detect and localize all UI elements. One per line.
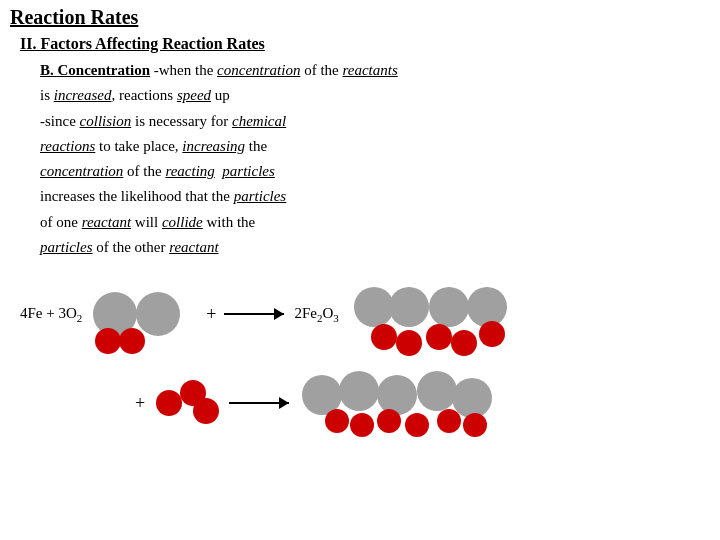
line6: increases the likelihood that the partic… xyxy=(40,185,710,208)
word-collision: collision xyxy=(80,113,132,129)
svg-point-5 xyxy=(389,287,429,327)
right-molecules2-svg xyxy=(297,363,497,443)
word-concentration2: concentration xyxy=(40,163,123,179)
diagram-row2: + xyxy=(135,363,710,443)
word-collide: collide xyxy=(162,214,203,230)
word-speed: speed xyxy=(177,87,211,103)
svg-point-3 xyxy=(119,328,145,354)
arrow2 xyxy=(229,395,289,411)
reaction-arrow xyxy=(224,306,284,322)
line8: particles of the other reactant xyxy=(40,236,710,259)
svg-point-16 xyxy=(302,375,342,415)
svg-point-22 xyxy=(350,413,374,437)
svg-point-8 xyxy=(371,324,397,350)
svg-point-17 xyxy=(339,371,379,411)
line3: -since collision is necessary for chemic… xyxy=(40,110,710,133)
word-particles2: particles xyxy=(234,188,287,204)
svg-point-1 xyxy=(136,292,180,336)
line1-text: -when the concentration of the reactants xyxy=(154,62,398,78)
plus-sign: + xyxy=(206,304,216,325)
svg-point-2 xyxy=(95,328,121,354)
svg-point-6 xyxy=(429,287,469,327)
word-particles1: particles xyxy=(222,163,275,179)
word-increased: increased xyxy=(54,87,112,103)
svg-point-12 xyxy=(479,321,505,347)
svg-point-7 xyxy=(467,287,507,327)
line7: of one reactant will collide with the xyxy=(40,211,710,234)
svg-point-26 xyxy=(463,413,487,437)
left-molecules-svg xyxy=(90,269,200,359)
svg-point-18 xyxy=(377,375,417,415)
word-chemical: chemical xyxy=(232,113,286,129)
svg-point-23 xyxy=(377,409,401,433)
svg-point-11 xyxy=(451,330,477,356)
content-block: B. Concentration -when the concentration… xyxy=(40,59,710,259)
svg-point-25 xyxy=(437,409,461,433)
word-reacting: reacting xyxy=(165,163,214,179)
svg-point-4 xyxy=(354,287,394,327)
plus-sign2: + xyxy=(135,393,145,414)
word-reactants: reactants xyxy=(342,62,397,78)
svg-point-21 xyxy=(325,409,349,433)
page-container: Reaction Rates II. Factors Affecting Rea… xyxy=(0,0,720,449)
left-red-svg xyxy=(151,373,221,433)
right-molecules-svg xyxy=(349,269,509,359)
svg-point-20 xyxy=(452,378,492,418)
formula-right: 2Fe2O3 xyxy=(294,305,338,324)
diagram-area: 4Fe + 3O2 + 2Fe2O3 xyxy=(20,269,710,359)
word-increasing: increasing xyxy=(182,138,245,154)
subsection-bold: B. Concentration xyxy=(40,62,150,78)
line4: reactions to take place, increasing the xyxy=(40,135,710,158)
svg-point-13 xyxy=(156,390,182,416)
word-reactant2: reactant xyxy=(169,239,218,255)
line2: is increased, reactions speed up xyxy=(40,84,710,107)
svg-point-19 xyxy=(417,371,457,411)
svg-point-10 xyxy=(426,324,452,350)
section-heading: II. Factors Affecting Reaction Rates xyxy=(20,35,710,53)
word-concentration1: concentration xyxy=(217,62,300,78)
subsection-label: B. Concentration -when the concentration… xyxy=(40,59,710,82)
svg-point-9 xyxy=(396,330,422,356)
page-title: Reaction Rates xyxy=(10,6,710,29)
word-reactant1: reactant xyxy=(82,214,131,230)
svg-point-24 xyxy=(405,413,429,437)
line5: concentration of the reacting particles xyxy=(40,160,710,183)
formula-left: 4Fe + 3O2 xyxy=(20,305,82,324)
svg-point-15 xyxy=(193,398,219,424)
word-reactions: reactions xyxy=(40,138,95,154)
word-particles3: particles xyxy=(40,239,93,255)
